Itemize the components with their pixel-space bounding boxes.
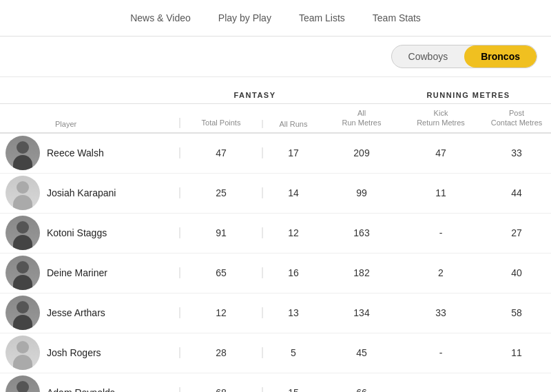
player-info: Deine Mariner <box>0 256 179 290</box>
table-row: Josiah Karapani 25 14 99 11 44 <box>0 174 551 214</box>
running-section-label: RUNNING METRES <box>426 91 510 99</box>
all-runs-cell: 16 <box>262 267 324 278</box>
all-run-metres-cell: 209 <box>324 147 399 158</box>
broncos-button[interactable]: Broncos <box>464 45 537 68</box>
kick-return-cell: - <box>399 347 482 358</box>
col-kick-return-header: Kick Return Metres <box>399 108 482 128</box>
stats-area: FANTASY RUNNING METRES Player Total Poin… <box>0 77 551 392</box>
total-points-cell: 47 <box>179 147 262 158</box>
nav-team-lists[interactable]: Team Lists <box>299 10 345 26</box>
top-navigation: News & Video Play by Play Team Lists Tea… <box>0 0 551 37</box>
kick-return-cell: - <box>399 387 482 392</box>
col-player-header: Player <box>0 120 179 128</box>
post-contact-cell: - <box>482 387 551 392</box>
all-run-metres-cell: 134 <box>324 307 399 318</box>
kick-return-cell: 47 <box>399 147 482 158</box>
avatar <box>6 216 40 250</box>
all-runs-cell: 14 <box>262 187 324 198</box>
post-contact-cell: 33 <box>482 147 551 158</box>
nav-news-video[interactable]: News & Video <box>130 10 191 26</box>
total-points-cell: 91 <box>179 227 262 238</box>
post-contact-cell: 11 <box>482 347 551 358</box>
all-run-metres-cell: 163 <box>324 227 399 238</box>
player-info: Jesse Arthars <box>0 296 179 330</box>
nav-play-by-play[interactable]: Play by Play <box>218 10 271 26</box>
cowboys-button[interactable]: Cowboys <box>392 45 465 68</box>
total-points-cell: 12 <box>179 307 262 318</box>
table-row: Josh Rogers 28 5 45 - 11 <box>0 333 551 373</box>
player-name: Josh Rogers <box>47 347 101 358</box>
all-runs-cell: 15 <box>262 387 324 392</box>
kick-return-cell: 11 <box>399 187 482 198</box>
table-row: Reece Walsh 47 17 209 47 33 <box>0 134 551 174</box>
player-name: Deine Mariner <box>47 267 107 278</box>
player-name: Reece Walsh <box>47 147 104 158</box>
player-name: Jesse Arthars <box>47 307 105 318</box>
col-post-contact-header: Post Contact Metres <box>482 108 551 128</box>
all-run-metres-cell: 182 <box>324 267 399 278</box>
all-run-metres-cell: 45 <box>324 347 399 358</box>
total-points-cell: 28 <box>179 347 262 358</box>
col-all-runs-header: All Runs <box>262 120 324 128</box>
kick-return-cell: 2 <box>399 267 482 278</box>
avatar <box>6 296 40 330</box>
all-runs-cell: 13 <box>262 307 324 318</box>
player-info: Adam Reynolds <box>0 375 179 392</box>
post-contact-cell: 40 <box>482 267 551 278</box>
col-all-run-metres-header: All Run Metres <box>324 108 399 128</box>
post-contact-cell: 27 <box>482 227 551 238</box>
player-name: Josiah Karapani <box>47 187 116 198</box>
post-contact-cell: 44 <box>482 187 551 198</box>
total-points-cell: 68 <box>179 387 262 392</box>
table-row: Kotoni Staggs 91 12 163 - 27 <box>0 214 551 254</box>
player-name: Kotoni Staggs <box>47 227 107 238</box>
table-row: Jesse Arthars 12 13 134 33 58 <box>0 293 551 333</box>
player-info: Reece Walsh <box>0 136 179 170</box>
fantasy-section-label: FANTASY <box>233 91 276 99</box>
table-row: Deine Mariner 65 16 182 2 40 <box>0 254 551 293</box>
post-contact-cell: 58 <box>482 307 551 318</box>
table-row: Adam Reynolds 68 15 66 - - <box>0 373 551 392</box>
avatar <box>6 136 40 170</box>
avatar <box>6 256 40 290</box>
all-run-metres-cell: 66 <box>324 387 399 392</box>
avatar <box>6 176 40 210</box>
player-name: Adam Reynolds <box>47 387 115 392</box>
section-headers: FANTASY RUNNING METRES <box>0 77 551 104</box>
total-points-cell: 25 <box>179 187 262 198</box>
kick-return-cell: 33 <box>399 307 482 318</box>
team-toggle-container: Cowboys Broncos <box>0 37 551 77</box>
kick-return-cell: - <box>399 227 482 238</box>
nav-team-stats[interactable]: Team Stats <box>373 10 421 26</box>
player-rows-container: Reece Walsh 47 17 209 47 33 Josiah Karap… <box>0 134 551 392</box>
column-headers: Player Total Points All Runs All Run Met… <box>0 104 551 134</box>
team-toggle: Cowboys Broncos <box>391 45 537 68</box>
total-points-cell: 65 <box>179 267 262 278</box>
avatar <box>6 336 40 370</box>
avatar <box>6 375 40 392</box>
player-info: Josiah Karapani <box>0 176 179 210</box>
all-run-metres-cell: 99 <box>324 187 399 198</box>
player-info: Josh Rogers <box>0 336 179 370</box>
all-runs-cell: 17 <box>262 147 324 158</box>
all-runs-cell: 5 <box>262 347 324 358</box>
all-runs-cell: 12 <box>262 227 324 238</box>
col-total-points-header: Total Points <box>179 118 262 127</box>
player-info: Kotoni Staggs <box>0 216 179 250</box>
